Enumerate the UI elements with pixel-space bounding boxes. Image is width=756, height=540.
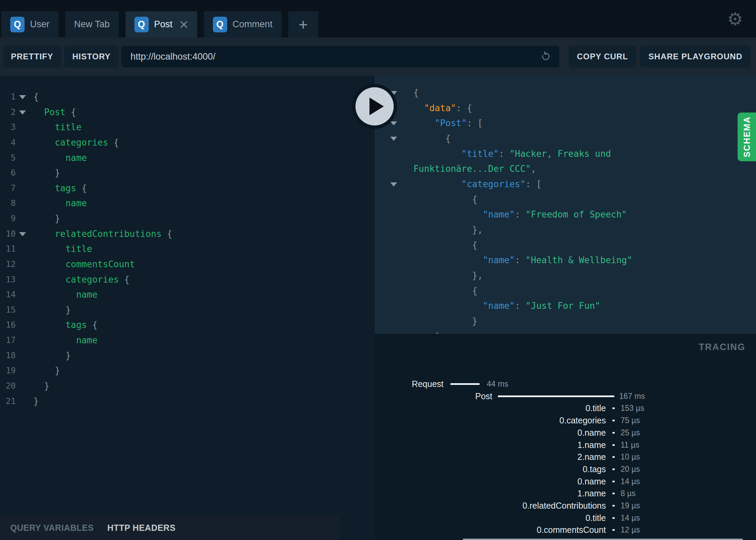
- tab-label: New Tab: [74, 19, 110, 30]
- editor-line: 13 categories {: [0, 272, 375, 287]
- code-token: {: [162, 229, 172, 239]
- response-line: {: [375, 131, 756, 146]
- schema-tab-button[interactable]: SCHEMA: [738, 112, 756, 161]
- fold-triangle-icon[interactable]: [19, 95, 26, 99]
- code-text: }: [33, 378, 49, 394]
- play-icon: [369, 97, 384, 115]
- fold-triangle-icon[interactable]: [19, 232, 26, 236]
- fold-triangle-icon[interactable]: [19, 110, 26, 115]
- line-number: 11: [0, 241, 16, 257]
- response-line: "Post": [: [375, 116, 756, 131]
- code-token: {: [66, 107, 76, 117]
- response-text: "title": "Hacker, Freaks und: [462, 146, 611, 162]
- tracing-row: 0.name14 µs: [375, 475, 756, 487]
- fold-triangle-icon[interactable]: [390, 121, 397, 125]
- fold-triangle-icon[interactable]: [390, 137, 397, 141]
- tracing-resolver-label: 1.name: [375, 487, 606, 499]
- tracing-duration-value: 19 µs: [621, 499, 640, 512]
- tab-new-tab[interactable]: New Tab: [65, 11, 119, 38]
- prettify-button[interactable]: PRETTIFY: [3, 46, 61, 68]
- line-number: 4: [0, 135, 16, 150]
- response-line: {: [375, 238, 756, 253]
- tracing-panel: TRACING Request44 msPost167 ms0.title153…: [375, 334, 756, 540]
- schema-tab-label: SCHEMA: [742, 116, 752, 157]
- line-number: 3: [0, 120, 16, 135]
- code-token: [33, 274, 66, 285]
- endpoint-url-bar: [121, 46, 559, 68]
- code-token: "name": [483, 209, 515, 220]
- code-token: {: [472, 194, 478, 205]
- share-playground-button[interactable]: SHARE PLAYGROUND: [640, 46, 751, 68]
- line-number: 1: [0, 89, 16, 105]
- line-number: 9: [0, 211, 16, 226]
- code-token: [33, 259, 66, 269]
- code-text: }: [33, 394, 39, 409]
- new-tab-button[interactable]: +: [288, 11, 318, 38]
- code-token: "Freedom of Speech": [525, 209, 627, 220]
- tracing-row: 1.name8 µs: [375, 487, 756, 499]
- history-button[interactable]: HISTORY: [64, 46, 119, 68]
- tracing-row: 0.categories75 µs: [375, 414, 756, 426]
- tracing-duration-bar: [612, 529, 615, 531]
- refresh-icon[interactable]: [539, 50, 552, 63]
- tab-user[interactable]: QUser: [1, 11, 58, 38]
- line-number: 8: [0, 196, 16, 211]
- tracing-duration-bar: [612, 468, 615, 470]
- response-text: "name": "Just For Fun": [483, 298, 600, 314]
- editor-line: 15 }: [0, 302, 375, 318]
- tracing-duration-value: 11 µs: [621, 439, 639, 451]
- execute-query-button[interactable]: [352, 84, 397, 129]
- fold-triangle-icon[interactable]: [390, 182, 397, 186]
- code-text: name: [33, 287, 98, 302]
- code-text: name: [33, 196, 87, 211]
- tracing-horizontal-scrollbar[interactable]: [463, 539, 743, 540]
- query-editor-pane[interactable]: 1{2 Post {3 title4 categories {5 name6 }…: [0, 76, 375, 540]
- code-token: },: [472, 225, 483, 235]
- gear-icon[interactable]: [727, 10, 743, 28]
- tracing-title: TRACING: [699, 342, 745, 352]
- response-line: }: [375, 314, 756, 329]
- code-text: }: [33, 363, 60, 378]
- editor-line: 10 relatedContributions {: [0, 226, 375, 242]
- code-text: name: [33, 333, 98, 348]
- tracing-row: Post167 ms: [375, 390, 756, 402]
- code-token: [33, 229, 55, 239]
- line-number: 18: [0, 348, 16, 363]
- response-text: Funktionäre...Der CCC",: [413, 161, 536, 177]
- tab-comment[interactable]: QComment: [204, 11, 281, 38]
- code-token: {: [87, 320, 98, 330]
- http-headers-tab[interactable]: HTTP HEADERS: [107, 523, 176, 533]
- code-token: {: [472, 286, 478, 296]
- code-token: commentsCount: [66, 259, 135, 269]
- code-text: }: [33, 165, 60, 181]
- code-token: : {: [456, 103, 472, 113]
- tracing-duration-value: 25 µs: [621, 426, 640, 439]
- query-badge: Q: [134, 17, 149, 32]
- tracing-duration-value: 75 µs: [621, 414, 640, 426]
- tracing-resolver-label: Post: [375, 390, 492, 402]
- tracing-duration-value: 12 µs: [621, 524, 640, 536]
- response-line: {: [375, 192, 756, 207]
- close-icon[interactable]: [179, 20, 188, 29]
- tracing-row: 0.commentsCount12 µs: [375, 524, 756, 536]
- response-line: Funktionäre...Der CCC",: [375, 161, 756, 177]
- code-token: "Post": [435, 118, 467, 128]
- code-token: [33, 183, 55, 193]
- response-text: {: [472, 192, 478, 207]
- code-token: name: [66, 153, 87, 163]
- code-token: {: [33, 92, 39, 102]
- response-line: },: [375, 222, 756, 238]
- endpoint-url-input[interactable]: [121, 51, 559, 62]
- line-number: 19: [0, 363, 16, 378]
- code-token: name: [66, 198, 87, 208]
- code-token: }: [33, 365, 60, 376]
- copy-curl-button[interactable]: COPY CURL: [569, 46, 636, 68]
- tab-post[interactable]: QPost: [126, 11, 197, 38]
- code-token: :: [515, 255, 525, 265]
- response-text: ]: [435, 329, 440, 334]
- editor-line: 20 }: [0, 378, 375, 394]
- query-variables-tab[interactable]: QUERY VARIABLES: [10, 523, 94, 533]
- tracing-row: 2.name10 µs: [375, 451, 756, 463]
- tracing-duration-bar: [612, 407, 615, 409]
- response-text: }: [472, 314, 478, 329]
